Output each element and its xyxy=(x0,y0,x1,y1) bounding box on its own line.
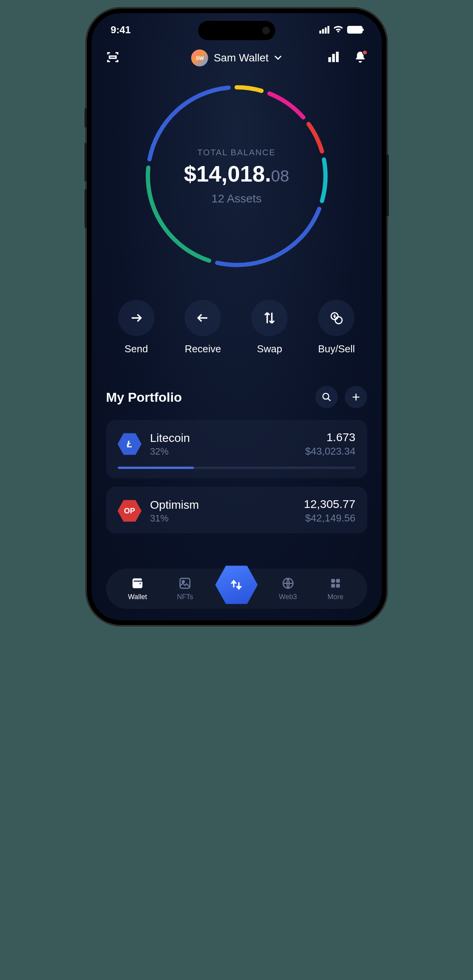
avatar: SW xyxy=(191,49,208,66)
coin-icon: Ł xyxy=(118,432,142,456)
svg-point-12 xyxy=(323,393,329,399)
asset-quantity: 12,305.77 xyxy=(304,498,355,511)
nav-more[interactable]: More xyxy=(318,577,353,601)
add-button[interactable] xyxy=(345,386,367,408)
nav-wallet[interactable]: Wallet xyxy=(120,577,155,601)
coin-icon: OP xyxy=(118,499,142,523)
plus-icon xyxy=(351,392,361,402)
wallet-icon xyxy=(131,577,144,590)
balance-ring: TOTAL BALANCE $14,018.08 12 Assets xyxy=(140,80,333,273)
send-button[interactable]: Send xyxy=(118,300,154,355)
asset-usd: $42,149.56 xyxy=(304,512,355,524)
grid-icon xyxy=(329,577,342,590)
app-header: SW Sam Wallet xyxy=(92,40,382,76)
nav-center-button[interactable] xyxy=(215,564,258,606)
svg-rect-0 xyxy=(329,57,331,62)
status-time: 9:41 xyxy=(111,24,131,36)
asset-percent: 32% xyxy=(150,446,297,457)
asset-usd: $43,023.34 xyxy=(305,445,355,457)
svg-point-15 xyxy=(182,580,185,583)
svg-rect-20 xyxy=(336,584,340,588)
portfolio-title: My Portfolio xyxy=(106,390,182,405)
asset-progress xyxy=(118,467,356,469)
bell-icon[interactable] xyxy=(354,51,367,65)
swap-icon xyxy=(251,300,288,336)
nav-web3[interactable]: Web3 xyxy=(271,577,305,601)
arrow-right-icon xyxy=(118,300,154,336)
dynamic-island xyxy=(198,21,275,40)
image-icon xyxy=(178,577,192,590)
swap-button[interactable]: Swap xyxy=(251,300,288,355)
svg-rect-2 xyxy=(336,52,339,62)
wifi-icon xyxy=(333,25,343,34)
asset-quantity: 1.673 xyxy=(305,431,355,444)
svg-rect-17 xyxy=(331,579,335,583)
asset-card[interactable]: ŁLitecoin32%1.673$43,023.34 xyxy=(106,420,367,478)
search-icon xyxy=(322,392,332,402)
exchange-icon xyxy=(229,577,244,593)
svg-rect-14 xyxy=(180,578,190,588)
wallet-name: Sam Wallet xyxy=(214,52,268,64)
arrow-left-icon xyxy=(185,300,221,336)
search-button[interactable] xyxy=(315,386,338,408)
asset-percent: 31% xyxy=(150,513,296,524)
nav-nfts[interactable]: NFTs xyxy=(168,577,202,601)
asset-card[interactable]: OPOptimism31%12,305.77$42,149.56 xyxy=(106,487,367,533)
svg-point-11 xyxy=(335,317,342,324)
scan-icon[interactable] xyxy=(106,51,119,65)
chevron-down-icon xyxy=(274,54,282,61)
buysell-button[interactable]: Buy/Sell xyxy=(318,300,355,355)
globe-icon xyxy=(281,577,295,590)
receive-button[interactable]: Receive xyxy=(185,300,221,355)
svg-rect-18 xyxy=(336,579,340,583)
svg-rect-19 xyxy=(331,584,335,588)
action-row: Send Receive Swap Buy/Sell xyxy=(92,284,382,370)
asset-name: Litecoin xyxy=(150,431,297,445)
bottom-nav: Wallet NFTs Web3 More xyxy=(106,569,367,609)
wallet-selector[interactable]: SW Sam Wallet xyxy=(191,49,281,66)
stats-icon[interactable] xyxy=(327,51,340,65)
asset-name: Optimism xyxy=(150,498,296,511)
coins-icon xyxy=(318,300,354,336)
battery-icon xyxy=(347,26,363,34)
cellular-icon xyxy=(319,26,329,34)
svg-rect-1 xyxy=(332,54,335,62)
svg-point-13 xyxy=(139,583,141,584)
